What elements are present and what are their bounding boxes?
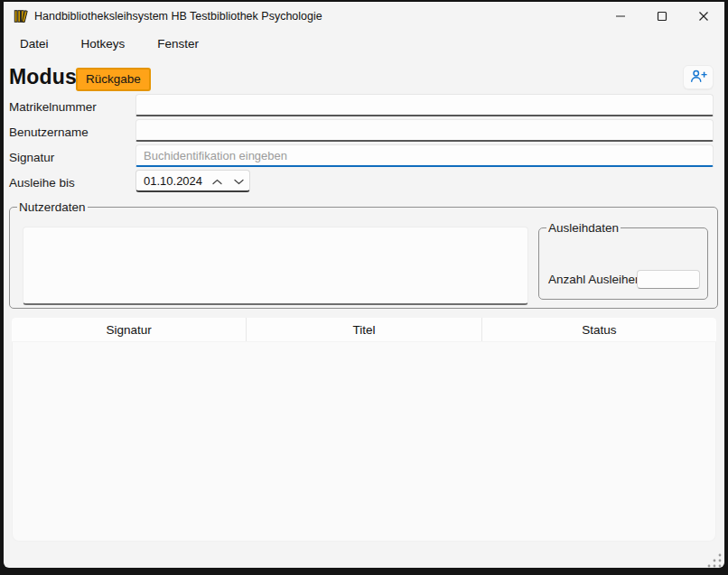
ausleihdaten-title: Ausleihdaten [546, 221, 621, 235]
signatur-input[interactable] [135, 144, 714, 167]
nutzerdaten-textarea[interactable] [23, 227, 528, 305]
chevron-up-icon [212, 174, 222, 188]
benutzername-label: Benutzername [9, 125, 89, 139]
menu-item-hotkeys[interactable]: Hotkeys [72, 33, 135, 54]
window-maximize-icon[interactable] [641, 2, 683, 31]
ausleihe-bis-label: Ausleihe bis [9, 176, 75, 190]
menu-item-fenster[interactable]: Fenster [148, 33, 208, 54]
window-minimize-icon[interactable] [600, 2, 641, 31]
matrikelnummer-label: Matrikelnummer [9, 100, 97, 114]
date-value[interactable]: 01.10.2024 [136, 174, 206, 188]
chevron-down-icon [234, 174, 244, 188]
person-add-icon [689, 68, 707, 87]
app-window: Handbibliotheksleihsystem HB Testbibliot… [4, 2, 724, 568]
add-user-button[interactable] [683, 65, 714, 89]
heading-row: Modus Rückgabe [9, 63, 717, 94]
mode-badge: Rückgabe [76, 68, 151, 91]
table-header: Signatur Titel Status [12, 318, 716, 341]
table-body [12, 342, 716, 542]
titlebar: Handbibliotheksleihsystem HB Testbibliot… [4, 2, 724, 31]
page-title: Modus [9, 65, 77, 89]
matrikelnummer-input[interactable] [135, 94, 714, 116]
column-header-signatur[interactable]: Signatur [12, 318, 246, 341]
menubar: Datei Hotkeys Fenster [11, 31, 222, 56]
column-header-status[interactable]: Status [482, 318, 716, 341]
benutzername-input[interactable] [135, 119, 714, 142]
window-close-icon[interactable] [683, 2, 724, 31]
anzahl-ausleihen-input[interactable] [637, 270, 700, 289]
signatur-label: Signatur [9, 151, 54, 164]
ausleihdaten-groupbox: Ausleihdaten Anzahl Ausleihen [538, 221, 708, 300]
window-title: Handbibliotheksleihsystem HB Testbibliot… [34, 10, 322, 23]
nutzerdaten-title: Nutzerdaten [17, 200, 88, 214]
anzahl-ausleihen-label: Anzahl Ausleihen [548, 273, 642, 286]
menu-item-datei[interactable]: Datei [11, 33, 58, 54]
date-decrement-button[interactable] [228, 171, 249, 190]
ausleihe-bis-date-input[interactable]: 01.10.2024 [135, 170, 250, 192]
column-header-titel[interactable]: Titel [247, 318, 481, 341]
library-books-icon [13, 8, 29, 24]
resize-grip-icon[interactable] [705, 552, 723, 568]
date-increment-button[interactable] [206, 171, 228, 190]
nutzerdaten-groupbox: Nutzerdaten Ausleihdaten Anzahl Ausleihe… [9, 200, 718, 309]
